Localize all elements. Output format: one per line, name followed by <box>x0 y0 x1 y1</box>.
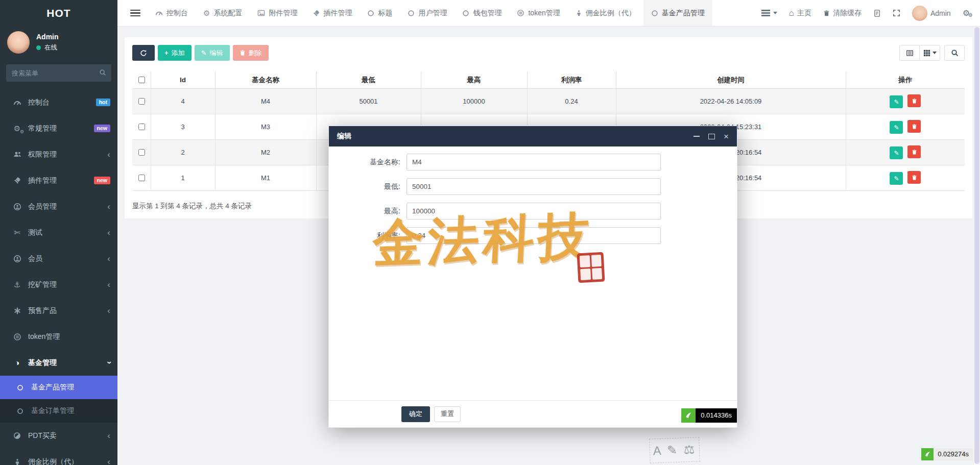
table-header-row: Id 基金名称 最低 最高 利润率 创建时间 操作 <box>132 71 965 89</box>
sidebar-item-fund-order[interactable]: 基金订单管理 <box>0 399 117 423</box>
hamburger-icon[interactable] <box>130 8 140 18</box>
sidebar-item-presale[interactable]: 预售产品 ‹ <box>0 298 117 324</box>
sidebar-item-pdt[interactable]: PDT买卖 ‹ <box>0 423 117 449</box>
row-delete-button[interactable] <box>907 94 921 107</box>
close-icon[interactable]: × <box>724 132 729 141</box>
columns-button[interactable] <box>920 45 940 61</box>
tab-token[interactable]: token管理 <box>509 0 567 26</box>
scrollbar[interactable] <box>974 26 980 465</box>
sidebar-item-commission[interactable]: 佣金比例（代） ‹ <box>0 449 117 465</box>
delete-button[interactable]: 删除 <box>233 45 269 61</box>
menu-search-input[interactable] <box>6 64 111 82</box>
scrollbar-thumb[interactable] <box>974 27 979 464</box>
confirm-button[interactable]: 确定 <box>401 406 430 422</box>
sidebar-item-dashboard[interactable]: 控制台 hot <box>0 89 117 115</box>
sidebar-item-mining[interactable]: ⚓ 挖矿管理 ‹ <box>0 272 117 298</box>
user-menu[interactable]: Admin <box>912 6 951 21</box>
chevron-left-icon: ‹ <box>107 228 110 237</box>
row-checkbox[interactable] <box>138 175 145 181</box>
home-button[interactable]: ⌂ 主页 <box>789 8 811 18</box>
sidebar-item-test[interactable]: ✄ 测试 ‹ <box>0 219 117 246</box>
user-name: Admin <box>930 9 951 17</box>
row-edit-button[interactable]: ✎ <box>890 121 903 134</box>
select-all-checkbox[interactable] <box>138 77 145 83</box>
caret-down-icon <box>933 52 937 54</box>
detail-view-button[interactable] <box>899 45 920 61</box>
sidebar-item-fund-product[interactable]: 基金产品管理 <box>0 376 117 399</box>
tab-commission[interactable]: 佣金比例（代） <box>568 0 643 26</box>
row-checkbox[interactable] <box>138 149 145 156</box>
row-delete-button[interactable] <box>907 171 921 184</box>
top-navbar: 控制台 ⚙ 系统配置 附件管理 插件管理 标题 用户管理 钱包管理 token管… <box>117 0 980 27</box>
tab-dashboard[interactable]: 控制台 <box>148 0 196 26</box>
toolbar: + 添加 ✎ 编辑 删除 <box>132 45 965 61</box>
users-icon <box>12 151 22 159</box>
dialog-titlebar[interactable]: 编辑 × <box>329 126 737 146</box>
max-input[interactable] <box>407 203 661 219</box>
refresh-button[interactable] <box>132 45 155 61</box>
tab-fund-product[interactable]: 基金产品管理 <box>643 0 712 26</box>
row-edit-button[interactable]: ✎ <box>890 146 903 159</box>
fund-name-input[interactable] <box>407 154 661 170</box>
row-checkbox[interactable] <box>138 124 145 130</box>
rate-input[interactable] <box>407 227 661 244</box>
min-input[interactable] <box>407 178 661 195</box>
min-label: 最低: <box>329 182 407 191</box>
avatar <box>912 6 927 21</box>
minimize-icon[interactable] <box>694 136 700 137</box>
sidebar-item-token[interactable]: token管理 <box>0 324 117 350</box>
log-button[interactable] <box>873 9 881 17</box>
page-debug-timer: 0.029274s <box>921 448 973 460</box>
rocket-icon <box>12 177 22 184</box>
tab-addon[interactable]: 插件管理 <box>305 0 360 26</box>
circle-icon <box>15 408 26 414</box>
chevron-left-icon: ‹ <box>107 457 110 465</box>
settings-button[interactable]: ⚙ ⚙ <box>963 8 970 18</box>
refresh-icon <box>140 50 147 57</box>
row-edit-button[interactable]: ✎ <box>890 172 903 185</box>
tab-wallet[interactable]: 钱包管理 <box>455 0 509 26</box>
row-edit-button[interactable]: ✎ <box>890 95 903 108</box>
tab-title[interactable]: 标题 <box>360 0 400 26</box>
search-icon <box>951 49 959 57</box>
edit-button[interactable]: ✎ 编辑 <box>195 45 230 61</box>
sidebar-item-member[interactable]: 会员 ‹ <box>0 246 117 272</box>
sidebar-item-member-manage[interactable]: 会员管理 ‹ <box>0 193 117 219</box>
think-leaf-icon <box>921 448 934 460</box>
trash-icon <box>912 98 917 104</box>
row-delete-button[interactable] <box>907 145 921 158</box>
row-checkbox[interactable] <box>138 98 145 105</box>
dialog-title: 编辑 <box>337 132 351 141</box>
pencil-icon: ✎ <box>894 99 899 106</box>
hot-badge: hot <box>96 99 110 106</box>
tab-system-config[interactable]: ⚙ 系统配置 <box>196 0 250 26</box>
pencil-icon: ✎ <box>201 49 207 57</box>
columns-grid-icon <box>923 50 930 57</box>
row-delete-button[interactable] <box>907 120 921 133</box>
list-icon <box>761 9 770 18</box>
sidebar-item-addon[interactable]: 插件管理 new <box>0 167 117 193</box>
sketch-watermark: A ✎ ⚖ <box>649 437 700 463</box>
add-button[interactable]: + 添加 <box>158 45 192 61</box>
user-panel: Admin 在线 <box>0 26 117 59</box>
tab-list-dropdown[interactable] <box>761 9 777 18</box>
chevron-left-icon: ‹ <box>107 306 110 315</box>
sidebar-item-fund[interactable]: ◑ 基金管理 ‹ <box>0 350 117 376</box>
search-toggle-button[interactable] <box>944 45 965 61</box>
tab-user[interactable]: 用户管理 <box>400 0 455 26</box>
think-leaf-icon <box>681 408 696 423</box>
chevron-left-icon: ‹ <box>107 431 110 440</box>
sidebar-item-auth[interactable]: 权限管理 ‹ <box>0 141 117 167</box>
tab-attachment[interactable]: 附件管理 <box>250 0 305 26</box>
sidebar-item-general[interactable]: ⚙⚙ 常规管理 new <box>0 115 117 141</box>
trash-icon <box>823 10 830 17</box>
fullscreen-button[interactable] <box>893 9 900 17</box>
reset-button[interactable]: 重置 <box>434 406 461 422</box>
circle-icon <box>462 10 469 17</box>
asterisk-icon <box>12 307 22 314</box>
clear-cache-button[interactable]: 清除缓存 <box>823 9 862 18</box>
gauge-icon <box>155 9 163 17</box>
app-logo: HOT <box>0 0 117 26</box>
maximize-icon[interactable] <box>708 134 715 139</box>
circle-icon <box>651 10 658 17</box>
